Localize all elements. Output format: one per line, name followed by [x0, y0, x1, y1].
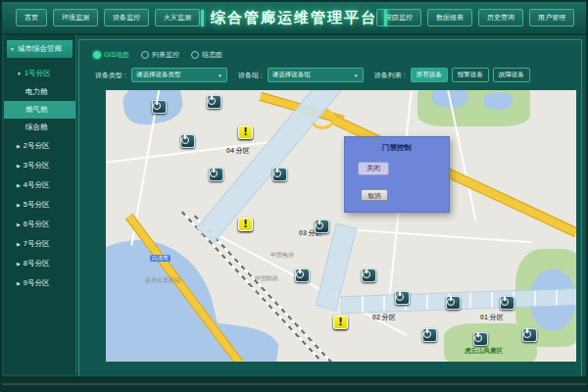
device-type-label: 设备类型 : — [95, 71, 126, 80]
zone-label: 04 分区 — [226, 146, 250, 156]
power-icon[interactable] — [315, 220, 329, 233]
poi-label: 虎丘山风景区 — [465, 347, 503, 356]
view-mode-2[interactable]: 组态图 — [191, 50, 222, 60]
power-glyph — [273, 170, 281, 177]
caret-down-icon: ▼ — [17, 71, 22, 76]
radio-icon — [141, 51, 149, 59]
caret-right-icon: ▶ — [17, 143, 21, 149]
nav-left-button-1[interactable]: 环境监测 — [53, 9, 98, 26]
device-type-value: 请选择设备类型 — [136, 71, 181, 79]
power-glyph — [501, 298, 509, 306]
power-glyph — [363, 270, 370, 278]
device-group-value: 请选择设备组 — [272, 71, 311, 79]
nav-left-button-0[interactable]: 首页 — [16, 9, 47, 26]
view-mode-0[interactable]: GIS地图 — [93, 50, 129, 60]
power-glyph — [296, 270, 304, 278]
caret-right-icon: ▶ — [17, 163, 21, 169]
warning-icon[interactable]: ! — [238, 125, 253, 139]
page-title: 综合管廊运维管理平台 — [211, 9, 377, 27]
sidebar: ▼ 城市综合管廊 ▼1号分区电力舱燃气舱综合舱▶2号分区▶3号分区▶4号分区▶5… — [4, 35, 76, 374]
poi-label: 白洋湾 — [150, 255, 171, 262]
map-road — [356, 229, 532, 244]
power-glyph — [423, 330, 431, 338]
sidebar-zone-4号分区[interactable]: ▶4号分区 — [4, 175, 75, 195]
power-icon[interactable] — [422, 328, 437, 342]
power-glyph — [316, 221, 323, 229]
device-list-button-1[interactable]: 报警设备 — [452, 68, 489, 82]
sidebar-zone-9号分区[interactable]: ▶9号分区 — [4, 273, 75, 293]
warning-icon[interactable]: ! — [333, 316, 348, 329]
poi-label: 苏州火车西站 — [145, 276, 180, 285]
power-icon[interactable] — [207, 95, 221, 109]
sidebar-zone-2号分区[interactable]: ▶2号分区 — [4, 136, 75, 156]
nav-left-button-3[interactable]: 火灾监测 — [155, 9, 200, 26]
nav-left-group: 首页环境监测设备监控火灾监测 — [16, 9, 200, 26]
nav-right-button-3[interactable]: 用户管理 — [529, 9, 574, 26]
power-glyph — [210, 170, 218, 177]
nav-left-button-2[interactable]: 设备监控 — [104, 9, 149, 26]
header-bar: 首页环境监测设备监控火灾监测 综合管廊运维管理平台 安防监控数据报表历史查询用户… — [2, 2, 586, 35]
zone-label: 7号分区 — [24, 239, 50, 249]
filter-row: 设备类型 : 请选择设备类型 ▼ 设备组 : 请选择设备组 ▼ 设备列表 : 所… — [89, 68, 575, 82]
gis-map[interactable]: 04 分区03 分区02 分区01 分区白洋湾苏州火车西站中国电信中国邮政虎丘山… — [106, 90, 576, 362]
close-button[interactable]: 关闭 — [358, 162, 389, 175]
sidebar-cabin-综合舱[interactable]: 综合舱 — [4, 119, 75, 136]
sidebar-zone-3号分区[interactable]: ▶3号分区 — [4, 156, 75, 175]
zone-label: 5号分区 — [24, 200, 50, 210]
cancel-button[interactable]: 取消 — [361, 189, 388, 201]
sidebar-cabin-电力舱[interactable]: 电力舱 — [4, 83, 75, 101]
power-glyph — [474, 334, 482, 342]
nav-right-button-2[interactable]: 历史查询 — [478, 9, 523, 26]
sidebar-zone-1号分区[interactable]: ▼1号分区 — [4, 64, 75, 83]
power-glyph — [181, 136, 189, 144]
device-list-label: 设备列表 : — [374, 71, 406, 80]
device-group-label: 设备组 : — [238, 71, 263, 80]
zone-label: 02 分区 — [372, 313, 396, 322]
warning-icon[interactable]: ! — [238, 218, 253, 231]
view-mode-radios: GIS地图列表监控组态图 — [93, 50, 222, 60]
power-icon[interactable] — [180, 134, 195, 148]
power-icon[interactable] — [500, 296, 514, 310]
device-list-button-2[interactable]: 故障设备 — [493, 68, 530, 82]
device-list-button-0[interactable]: 所有设备 — [411, 68, 448, 82]
power-icon[interactable] — [295, 269, 310, 282]
power-icon[interactable] — [473, 332, 488, 346]
power-icon[interactable] — [272, 168, 287, 181]
power-icon[interactable] — [395, 291, 410, 305]
caret-right-icon: ▶ — [17, 241, 21, 247]
device-type-select[interactable]: 请选择设备类型 ▼ — [131, 68, 227, 82]
zone-label: 9号分区 — [24, 278, 50, 288]
chevron-down-icon: ▼ — [218, 73, 222, 78]
sidebar-zone-5号分区[interactable]: ▶5号分区 — [4, 195, 75, 215]
sidebar-zone-8号分区[interactable]: ▶8号分区 — [4, 254, 75, 273]
view-mode-label: GIS地图 — [104, 50, 129, 60]
power-icon[interactable] — [152, 100, 167, 114]
power-glyph — [447, 298, 455, 306]
power-glyph — [396, 293, 404, 301]
chevron-down-icon: ▼ — [354, 73, 359, 78]
title-wrap: 综合管廊运维管理平台 — [201, 2, 387, 33]
view-mode-label: 组态图 — [202, 50, 222, 60]
radio-icon — [93, 51, 101, 59]
access-control-dialog: 门禁控制 打开 关闭 确定 取消 — [344, 136, 450, 213]
main-panel: GIS地图列表监控组态图 设备类型 : 请选择设备类型 ▼ 设备组 : 请选择设… — [78, 39, 582, 380]
power-glyph — [523, 330, 531, 338]
zone-label: 4号分区 — [24, 180, 50, 190]
power-icon[interactable] — [446, 296, 461, 310]
zone-label: 01 分区 — [480, 313, 504, 322]
caret-right-icon: ▶ — [17, 280, 21, 286]
nav-right-button-1[interactable]: 数据报表 — [427, 9, 472, 26]
power-glyph — [153, 102, 161, 110]
sidebar-zone-7号分区[interactable]: ▶7号分区 — [4, 234, 75, 254]
power-icon[interactable] — [209, 168, 223, 181]
view-mode-1[interactable]: 列表监控 — [141, 50, 179, 60]
sidebar-cabin-燃气舱[interactable]: 燃气舱 — [4, 101, 75, 119]
power-icon[interactable] — [362, 269, 376, 282]
footer-band — [2, 376, 586, 390]
map-water — [483, 92, 513, 110]
sidebar-zone-6号分区[interactable]: ▶6号分区 — [4, 215, 75, 234]
device-group-select[interactable]: 请选择设备组 ▼ — [268, 68, 364, 82]
power-icon[interactable] — [522, 328, 537, 342]
sidebar-root-node[interactable]: ▼ 城市综合管廊 — [7, 40, 73, 58]
poi-label: 中国电信 — [270, 251, 294, 260]
